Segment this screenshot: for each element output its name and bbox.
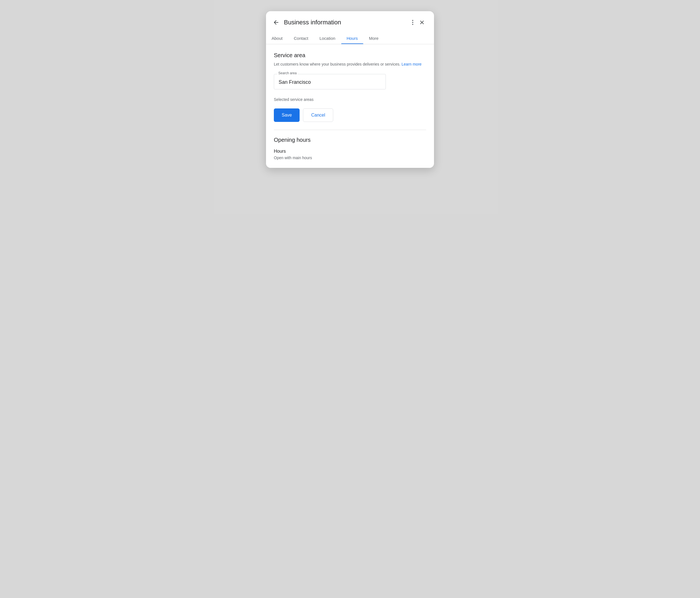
learn-more-link[interactable]: Learn more bbox=[401, 62, 422, 66]
more-options-button[interactable] bbox=[410, 18, 416, 27]
tab-hours[interactable]: Hours bbox=[341, 32, 364, 44]
modal-title: Business information bbox=[284, 19, 410, 26]
service-area-desc: Let customers know where your business p… bbox=[274, 62, 426, 67]
search-area-label: Search area bbox=[277, 71, 298, 75]
selected-areas-label: Selected service areas bbox=[274, 97, 426, 102]
tab-more[interactable]: More bbox=[364, 32, 384, 44]
search-area-input[interactable] bbox=[274, 74, 386, 89]
tab-location[interactable]: Location bbox=[314, 32, 341, 44]
backdrop: Business information About Contact Locat… bbox=[0, 0, 700, 598]
three-dots-icon bbox=[412, 20, 413, 25]
tabs-bar: About Contact Location Hours More bbox=[266, 28, 434, 44]
close-button[interactable] bbox=[417, 17, 427, 28]
business-info-modal: Business information About Contact Locat… bbox=[266, 11, 434, 168]
hours-desc: Open with main hours bbox=[274, 156, 426, 160]
hours-subtitle: Hours bbox=[274, 149, 426, 154]
action-buttons: Save Cancel bbox=[274, 109, 426, 122]
back-button[interactable] bbox=[271, 17, 282, 28]
save-button[interactable]: Save bbox=[274, 109, 300, 122]
header-actions bbox=[410, 17, 427, 28]
tab-contact[interactable]: Contact bbox=[288, 32, 314, 44]
service-area-section: Service area Let customers know where yo… bbox=[274, 52, 426, 122]
tab-about[interactable]: About bbox=[266, 32, 288, 44]
section-divider bbox=[274, 130, 426, 130]
opening-hours-section: Opening hours Hours Open with main hours bbox=[274, 137, 426, 160]
modal-content: Service area Let customers know where yo… bbox=[266, 44, 434, 168]
service-area-desc-text: Let customers know where your business p… bbox=[274, 62, 400, 66]
modal-header: Business information bbox=[266, 11, 434, 28]
cancel-button[interactable]: Cancel bbox=[303, 109, 333, 122]
opening-hours-title: Opening hours bbox=[274, 137, 426, 143]
service-area-title: Service area bbox=[274, 52, 426, 58]
search-area-wrapper: Search area bbox=[274, 74, 426, 89]
